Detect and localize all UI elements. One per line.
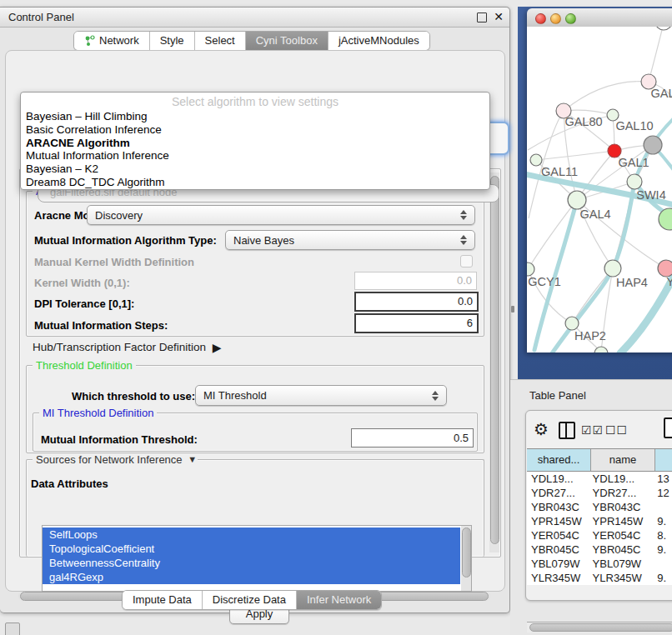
list-scrollbar-thumb[interactable]: [462, 528, 471, 578]
algorithm-option[interactable]: Basic Correlation Inference: [21, 123, 489, 137]
table-cell[interactable]: YBL079W: [527, 557, 589, 571]
table-cell[interactable]: [649, 500, 672, 514]
network-canvas[interactable]: GALGAL80GAL10GAL1GAL11SWI4GAL4GCY1HAP4YH…: [527, 27, 672, 352]
network-edge[interactable]: [528, 200, 577, 269]
table-cell[interactable]: YBR045C: [527, 542, 589, 557]
table-cell[interactable]: YBL079W: [589, 557, 650, 571]
algorithm-option[interactable]: Bayesian – K2: [21, 162, 489, 176]
zoom-traffic-light-icon[interactable]: [565, 13, 576, 24]
network-window-titlebar[interactable]: [527, 8, 672, 28]
network-node[interactable]: [658, 260, 672, 277]
table-cell[interactable]: 13: [649, 472, 672, 486]
which-threshold-label: Which threshold to use:: [72, 390, 195, 402]
data-attributes-list[interactable]: SelfLoopsTopologicalCoefficientBetweenne…: [42, 525, 472, 592]
column-header-name[interactable]: name: [591, 449, 655, 471]
aracne-mode-select[interactable]: Discovery: [87, 205, 475, 225]
table-row[interactable]: YBR045CYBR045C9.: [527, 542, 672, 557]
columns-icon[interactable]: [559, 422, 575, 439]
close-traffic-light-icon[interactable]: [535, 13, 546, 24]
mi-threshold-field[interactable]: 0.5: [351, 428, 474, 448]
column-header-shared-name[interactable]: shared...: [527, 449, 591, 471]
sources-toggle[interactable]: Sources for Network Inference ▼: [33, 453, 198, 466]
table-hscrollbar-thumb[interactable]: [529, 623, 672, 632]
select-all-checkboxes-icon[interactable]: ☑☑: [581, 423, 604, 437]
tab-impute-data[interactable]: Impute Data: [123, 591, 203, 609]
hub-definition-toggle[interactable]: Hub/Transcription Factor Definition ▶: [33, 340, 218, 353]
which-threshold-select[interactable]: MI Threshold: [195, 385, 447, 406]
table-row[interactable]: YBR043CYBR043C: [527, 500, 672, 514]
table-cell[interactable]: 8.: [649, 528, 672, 542]
network-edge[interactable]: [564, 82, 649, 111]
network-view-window: GALGAL80GAL10GAL1GAL11SWI4GAL4GCY1HAP4YH…: [527, 8, 672, 352]
mi-steps-field[interactable]: 6: [354, 313, 479, 333]
close-icon[interactable]: ✕: [494, 9, 504, 24]
data-attribute-item[interactable]: gal4RGexp: [43, 570, 460, 584]
mi-type-select[interactable]: Naive Bayes: [225, 230, 475, 250]
collapsed-arrow-icon: ▶: [213, 341, 222, 354]
dpi-tolerance-field[interactable]: 0.0: [354, 292, 479, 312]
tab-style[interactable]: Style: [150, 32, 195, 50]
minimize-traffic-light-icon[interactable]: [550, 13, 561, 24]
table-row[interactable]: YPR145WYPR145W9.: [527, 514, 672, 528]
manual-kernel-checkbox[interactable]: [460, 255, 473, 268]
table-cell[interactable]: 9.: [649, 542, 672, 557]
table-cell[interactable]: YDR27...: [527, 486, 589, 500]
algorithm-option[interactable]: Mutual Information Inference: [21, 149, 489, 162]
network-node[interactable]: [565, 317, 579, 330]
data-attribute-item[interactable]: SelfLoops: [43, 528, 460, 542]
table-cell[interactable]: YDR27...: [589, 486, 650, 500]
kernel-width-field[interactable]: 0.0: [354, 272, 477, 290]
data-attribute-item[interactable]: BetweennessCentrality: [43, 556, 460, 570]
table-cell[interactable]: YER054C: [589, 528, 650, 542]
table-cell[interactable]: 9.: [649, 514, 672, 528]
network-node[interactable]: [568, 191, 586, 209]
table-cell[interactable]: YDL19...: [589, 472, 650, 486]
table-cell[interactable]: 12: [649, 486, 672, 500]
document-icon[interactable]: [664, 418, 672, 438]
table-cell[interactable]: YBR043C: [527, 500, 589, 514]
table-row[interactable]: YDR27...YDR27...12: [527, 486, 672, 500]
network-node[interactable]: [530, 154, 542, 166]
settings-scrollbar-thumb[interactable]: [490, 176, 499, 544]
table-cell[interactable]: YDL19...: [527, 472, 589, 486]
network-edge[interactable]: [649, 27, 664, 82]
table-cell[interactable]: YBR043C: [589, 500, 650, 514]
algorithm-option[interactable]: ARACNE Algorithm: [21, 137, 489, 150]
table-cell[interactable]: YLR345W: [589, 571, 650, 585]
panel-divider-handle[interactable]: [511, 306, 514, 312]
deselect-all-checkboxes-icon[interactable]: ☐☐: [605, 423, 628, 437]
network-edge[interactable]: [536, 151, 614, 160]
table-hscrollbar-track[interactable]: [527, 622, 672, 632]
table-cell[interactable]: 9.: [649, 571, 672, 585]
table-cell[interactable]: YPR145W: [589, 514, 650, 528]
float-window-icon[interactable]: [477, 12, 487, 22]
table-row[interactable]: YLR345WYLR345W9.: [527, 571, 672, 585]
tab-select[interactable]: Select: [195, 32, 246, 50]
table-row[interactable]: YBL079WYBL079W: [527, 557, 672, 571]
network-node[interactable]: [604, 260, 621, 277]
algorithm-option[interactable]: Dream8 DC_TDC Algorithm: [21, 176, 489, 189]
network-node[interactable]: [627, 174, 642, 189]
gear-icon[interactable]: ⚙: [534, 419, 549, 439]
network-node[interactable]: [655, 27, 672, 30]
table-cell[interactable]: YLR345W: [527, 571, 589, 585]
table-cell[interactable]: YBR045C: [589, 542, 650, 557]
tab-discretize-data[interactable]: Discretize Data: [203, 591, 297, 609]
tab-cyni-toolbox[interactable]: Cyni Toolbox: [246, 32, 328, 50]
table-cell[interactable]: YER054C: [527, 528, 589, 542]
table-row[interactable]: YDL19...YDL19...13: [527, 472, 672, 486]
column-header-partial[interactable]: [655, 449, 672, 471]
tab-jactivemnodules[interactable]: jActiveMNodules: [328, 32, 429, 50]
table-cell[interactable]: YPR145W: [527, 514, 589, 528]
data-attribute-item[interactable]: TopologicalCoefficient: [43, 542, 460, 556]
table-cell[interactable]: [649, 557, 672, 571]
settings-scrollbar-track[interactable]: [489, 172, 499, 552]
list-scrollbar-track[interactable]: [461, 526, 471, 591]
network-node[interactable]: [527, 262, 534, 276]
table-row[interactable]: YER054CYER054C8.: [527, 528, 672, 542]
minimized-panel-icon[interactable]: [5, 622, 20, 635]
tab-infer-network[interactable]: Infer Network: [297, 591, 381, 609]
tab-network[interactable]: Network: [74, 32, 150, 50]
algorithm-option[interactable]: Bayesian – Hill Climbing: [21, 110, 489, 123]
network-node[interactable]: [644, 136, 662, 154]
